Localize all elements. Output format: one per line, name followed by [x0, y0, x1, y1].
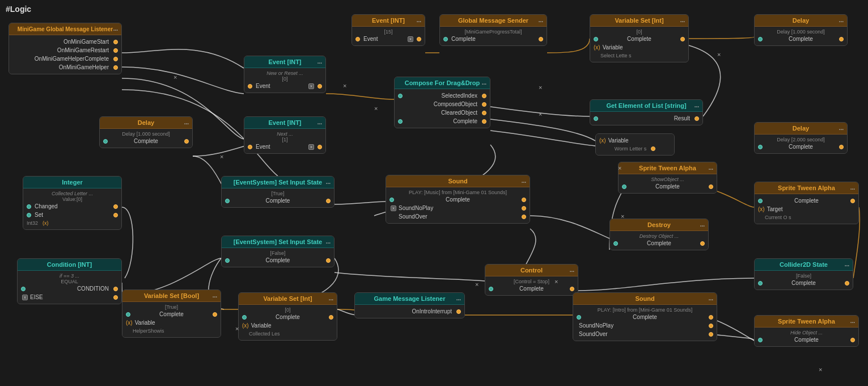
node-sprite-tween-2: Sprite Tween Alpha ... Complete (x) Targ…: [754, 182, 859, 224]
x-marker-10: ×: [554, 278, 558, 285]
node-event-system-1: [EventSystem] Set Input State ... [True]…: [221, 176, 335, 208]
x-marker-7: ×: [717, 51, 721, 58]
node-get-element-list: Get Element of List [string] ... Result: [590, 99, 703, 125]
x-marker-4: ×: [374, 105, 378, 112]
x-marker-5: ×: [539, 84, 542, 91]
node-delay-3: Delay ... Delay [2.000 second] Complete: [754, 122, 848, 154]
node-destroy: Destroy ... Destroy Object ... Complete: [609, 219, 709, 250]
x-marker-13: ×: [819, 366, 822, 373]
x-marker-8: ×: [618, 165, 621, 171]
node-event-int-1: Event [INT] ... [15] Event x: [352, 14, 425, 46]
node-variable-set-bool: Variable Set [Bool] ... [True] Complete …: [122, 290, 221, 338]
node-minigame-listener: MiniGame Global Message Listener ... OnM…: [9, 23, 122, 74]
node-title: MiniGame Global Message Listener: [18, 26, 113, 32]
node-event-int-next: Event [INT] ... Next ... [1] Event x: [244, 116, 326, 154]
x-marker-3: ×: [343, 82, 346, 89]
node-global-message-sender: Global Message Sender ... [MiniGameProgr…: [439, 14, 547, 46]
node-collider2d: Collider2D State ... [False] Complete: [754, 258, 853, 290]
node-sound-2: Sound ... PLAY: [Intro] from [Mini-Game …: [573, 292, 717, 341]
node-sprite-tween-1: Sprite Tween Alpha ... ShowObject ... Co…: [618, 162, 717, 194]
node-integer: Integer Collected Letter ... Value:[0] C…: [23, 176, 122, 230]
node-variable-worm-letter: (x) Variable Worm Letter s: [595, 133, 675, 156]
node-control: Control ... [Control = Stop] Complete: [485, 264, 578, 296]
x-marker-6: ×: [539, 111, 542, 118]
node-variable-set-int-1: Variable Set [Int] ... [0] Complete (x) …: [590, 14, 689, 62]
node-game-message-listener: Game Message Listener ... OnIntroInterru…: [354, 292, 465, 318]
node-compose-drag-drop: Compose For Drag&Drop ... SelectedIndex …: [394, 77, 490, 128]
x-marker-11: ×: [475, 281, 479, 288]
x-marker-9: ×: [621, 213, 624, 220]
node-event-system-2: [EventSystem] Set Input State ... [False…: [221, 236, 335, 267]
x-marker-1: ×: [173, 74, 177, 81]
title-bar: #Logic: [6, 5, 31, 14]
node-delay-1: Delay ... Delay [1.000 second] Complete: [754, 14, 848, 46]
node-variable-set-int-2: Variable Set [Int] ... [0] Complete (x) …: [238, 292, 337, 341]
node-sprite-tween-3: Sprite Tween Alpha ... Hide Object ... C…: [754, 315, 859, 347]
node-sound-1: Sound ... PLAY: [Music] from [Mini-Game …: [386, 175, 530, 224]
node-condition: Condition [INT] if == 3 ... EQUAL CONDIT…: [17, 258, 122, 304]
node-delay-2: Delay ... Delay [1.000 second] Complete: [99, 116, 193, 148]
x-marker-12: ×: [235, 325, 239, 332]
x-marker-2: ×: [220, 153, 223, 160]
node-event-int-new-reset: Event [INT] ... New or Reset ... [0] Eve…: [244, 56, 326, 93]
